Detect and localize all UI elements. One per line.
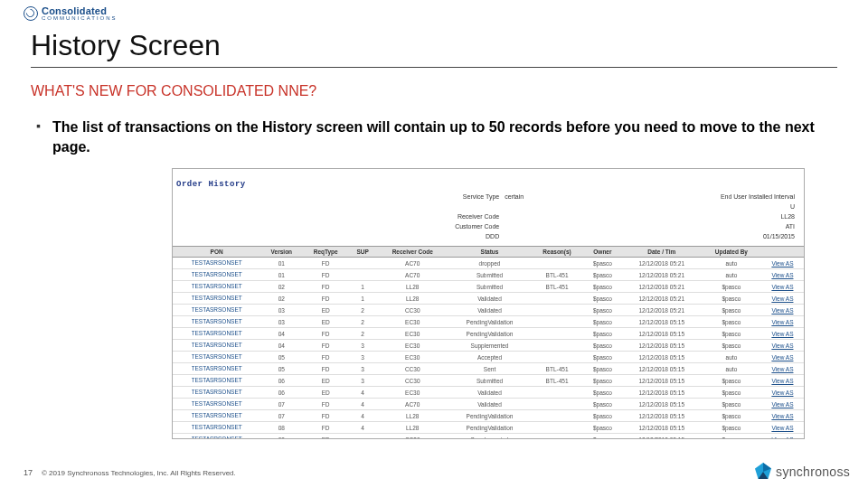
table-cell: BTL-451 bbox=[531, 269, 584, 281]
view-link[interactable]: View AS bbox=[771, 319, 793, 325]
view-link[interactable]: View AS bbox=[771, 354, 793, 361]
table-cell: PendingValidation bbox=[448, 422, 531, 434]
table-cell: $pasco bbox=[702, 305, 761, 316]
table-cell: View AS bbox=[761, 422, 804, 434]
table-cell: $pasco bbox=[583, 387, 621, 399]
bullet-text: The list of transactions on the History … bbox=[52, 117, 830, 158]
view-link[interactable]: View AS bbox=[771, 307, 793, 314]
table-cell: FD bbox=[302, 258, 349, 269]
table-cell: 12/12/2018 05:21 bbox=[621, 281, 702, 293]
logo-text-block: Consolidated COMMUNICATIONS bbox=[42, 5, 118, 21]
pon-link[interactable]: TESTASRSONSET bbox=[192, 400, 242, 407]
history-table: PONVersionReqTypeSUPReceiver CodeStatusR… bbox=[173, 246, 804, 438]
table-cell: $pasco bbox=[702, 316, 761, 328]
pon-link[interactable]: TESTASRSONSET bbox=[192, 436, 242, 438]
view-link[interactable]: View AS bbox=[771, 389, 793, 396]
screenshot-scroll[interactable]: Order History Service TypecertainEnd Use… bbox=[173, 169, 804, 438]
table-cell: $pasco bbox=[702, 340, 761, 352]
table-cell: View AS bbox=[761, 305, 804, 316]
table-cell: auto bbox=[702, 363, 761, 375]
pon-link[interactable]: TESTASRSONSET bbox=[192, 365, 242, 371]
view-link[interactable]: View AS bbox=[771, 260, 793, 267]
table-cell: 12/12/2018 05:21 bbox=[621, 293, 702, 305]
pon-link[interactable]: TESTASRSONSET bbox=[192, 295, 242, 301]
table-cell: $pasco bbox=[702, 281, 761, 293]
table-cell: Supplemented bbox=[448, 434, 531, 439]
pon-link[interactable]: TESTASRSONSET bbox=[192, 342, 242, 348]
view-link[interactable]: View AS bbox=[771, 296, 793, 302]
view-link[interactable]: View AS bbox=[771, 378, 793, 384]
table-header: Version bbox=[260, 247, 302, 258]
table-cell: $pasco bbox=[583, 352, 621, 363]
pon-link[interactable]: TESTASRSONSET bbox=[192, 424, 242, 430]
view-link[interactable]: View AS bbox=[771, 284, 793, 290]
meta-val bbox=[503, 212, 525, 221]
view-link[interactable]: View AS bbox=[771, 366, 793, 372]
table-cell: 12/12/2018 05:15 bbox=[621, 387, 702, 399]
view-link[interactable]: View AS bbox=[771, 436, 793, 439]
table-cell: 08 bbox=[260, 422, 302, 434]
pon-link[interactable]: TESTASRSONSET bbox=[192, 283, 242, 289]
table-cell: 07 bbox=[260, 399, 302, 410]
pon-link[interactable]: TESTASRSONSET bbox=[192, 259, 242, 266]
table-cell: $pasco bbox=[583, 305, 621, 316]
table-cell: Submitted bbox=[448, 281, 531, 293]
table-cell: 3 bbox=[349, 363, 376, 375]
table-cell: 3 bbox=[349, 340, 376, 352]
table-cell: $pasco bbox=[702, 399, 761, 410]
title-underline bbox=[31, 67, 837, 68]
table-cell bbox=[531, 410, 584, 422]
view-link[interactable]: View AS bbox=[771, 272, 793, 278]
table-cell: Accepted bbox=[448, 352, 531, 363]
table-cell: AC70 bbox=[376, 269, 448, 281]
meta-val bbox=[503, 222, 525, 230]
table-row: TESTASRSONSET01FDAC70SubmittedBTL-451$pa… bbox=[173, 269, 804, 281]
pon-link[interactable]: TESTASRSONSET bbox=[192, 412, 242, 418]
pon-link[interactable]: TESTASRSONSET bbox=[192, 389, 242, 395]
view-link[interactable]: View AS bbox=[771, 401, 793, 408]
page-number: 17 bbox=[24, 468, 33, 477]
table-cell: dropped bbox=[448, 258, 531, 269]
table-cell: Supplemented bbox=[448, 340, 531, 352]
table-cell bbox=[531, 258, 584, 269]
table-cell: 12/12/2018 05:15 bbox=[621, 352, 702, 363]
table-cell: 06 bbox=[260, 387, 302, 399]
table-cell: TESTASRSONSET bbox=[173, 410, 260, 422]
table-row: TESTASRSONSET04FD3EC30Supplemented$pasco… bbox=[173, 340, 804, 352]
pon-link[interactable]: TESTASRSONSET bbox=[192, 353, 242, 360]
table-cell: LL28 bbox=[376, 293, 448, 305]
pon-link[interactable]: TESTASRSONSET bbox=[192, 330, 242, 336]
table-cell bbox=[349, 434, 376, 439]
table-cell: 12/12/2018 05:15 bbox=[621, 399, 702, 410]
view-link[interactable]: View AS bbox=[771, 343, 793, 349]
table-cell: AC70 bbox=[376, 399, 448, 410]
meta-table: Service TypecertainEnd User Installed In… bbox=[173, 191, 804, 242]
table-cell: ED bbox=[302, 316, 349, 328]
view-link[interactable]: View AS bbox=[771, 331, 793, 337]
table-cell bbox=[531, 293, 584, 305]
table-cell: View AS bbox=[761, 316, 804, 328]
table-cell: TESTASRSONSET bbox=[173, 269, 260, 281]
table-header: Date / Tim bbox=[621, 247, 702, 258]
table-cell: View AS bbox=[761, 352, 804, 363]
table-cell: 3 bbox=[349, 375, 376, 387]
table-header: Receiver Code bbox=[376, 247, 448, 258]
meta-row: DDD01/15/2015 bbox=[175, 232, 802, 240]
table-cell: FD bbox=[302, 399, 349, 410]
table-cell: 12/12/2018 05:15 bbox=[621, 363, 702, 375]
table-header: Owner bbox=[583, 247, 621, 258]
pon-link[interactable]: TESTASRSONSET bbox=[192, 306, 242, 313]
pon-link[interactable]: TESTASRSONSET bbox=[192, 377, 242, 383]
pon-link[interactable]: TESTASRSONSET bbox=[192, 318, 242, 324]
table-cell: FD bbox=[302, 352, 349, 363]
table-cell: View AS bbox=[761, 340, 804, 352]
table-cell bbox=[531, 387, 584, 399]
view-link[interactable]: View AS bbox=[771, 413, 793, 419]
table-cell: TESTASRSONSET bbox=[173, 399, 260, 410]
table-cell: Submitted bbox=[448, 269, 531, 281]
view-link[interactable]: View AS bbox=[771, 425, 793, 431]
meta-key: Receiver Code bbox=[175, 212, 501, 221]
table-cell: FD bbox=[302, 363, 349, 375]
table-cell: PendingValidation bbox=[448, 410, 531, 422]
pon-link[interactable]: TESTASRSONSET bbox=[192, 271, 242, 277]
